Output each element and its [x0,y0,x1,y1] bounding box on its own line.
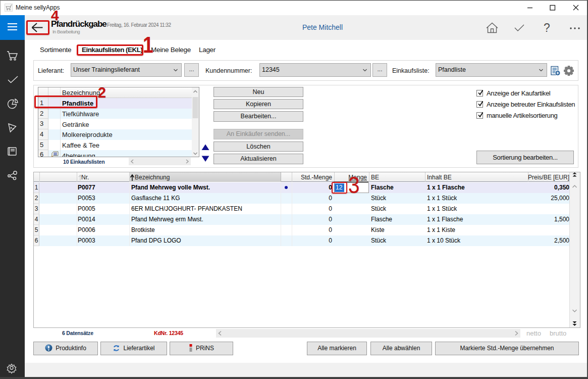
svg-text:?: ? [544,21,550,34]
